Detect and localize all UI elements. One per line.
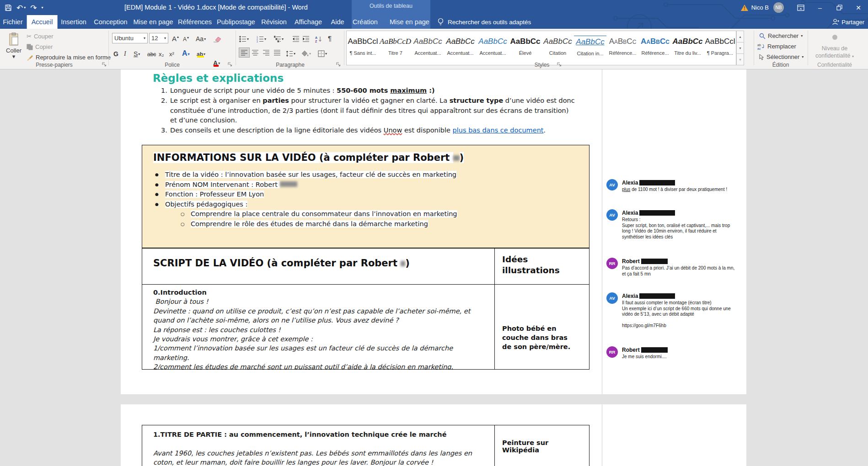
undo-button[interactable]: ↶▾: [16, 4, 26, 12]
svg-text:Z: Z: [315, 40, 317, 42]
select-button[interactable]: Sélectionner▾: [758, 53, 804, 60]
font-size-select[interactable]: 12▾: [149, 33, 168, 43]
style-paragraphe[interactable]: AaBbCcl¶ Paragra...: [704, 31, 736, 65]
font-dialog-launcher[interactable]: [227, 62, 233, 67]
align-center-button[interactable]: [250, 48, 260, 57]
privacy-level-button[interactable]: Niveau de confidentialité ▾: [809, 34, 860, 59]
bullets-button[interactable]: ▾: [239, 33, 249, 42]
superscript-button[interactable]: x²: [169, 48, 174, 58]
style-titre-7[interactable]: AaBbCcDTitre 7: [379, 31, 412, 65]
clipboard-dialog-launcher[interactable]: [102, 62, 107, 67]
ribbon-tabs: Fichier Accueil Insertion Conception Mis…: [0, 15, 868, 29]
multilevel-list-button[interactable]: ▾: [274, 33, 284, 42]
style-reference-2[interactable]: AaBbCcRéférence...: [639, 31, 671, 65]
tab-accueil[interactable]: Accueil: [27, 15, 58, 29]
cut-button[interactable]: ✂Couper: [27, 33, 54, 40]
styles-gallery-expand-button[interactable]: ▿: [736, 54, 744, 65]
style-accentuation-2[interactable]: AaBbCcAccentuat...: [444, 31, 477, 65]
style-citation[interactable]: AaBbCcCitation: [541, 31, 574, 65]
decrease-indent-button[interactable]: [292, 33, 300, 42]
copy-button[interactable]: Copier: [27, 43, 53, 50]
save-button[interactable]: [5, 4, 12, 11]
bullet-icon: ●: [153, 170, 165, 180]
comment-avatar[interactable]: AV: [606, 179, 618, 191]
user-avatar[interactable]: NB: [773, 0, 791, 15]
text-effects-button[interactable]: A▾: [182, 48, 190, 58]
styles-scroll-up-button[interactable]: ▴: [736, 31, 744, 42]
comment-4[interactable]: AV Alexia Il faut aussi compter le monta…: [606, 292, 744, 329]
tab-fichier[interactable]: Fichier: [0, 15, 27, 29]
strikethrough-button[interactable]: abc: [147, 48, 156, 58]
replace-button[interactable]: abac Remplacer: [757, 43, 796, 50]
tell-me-search[interactable]: Rechercher des outils adaptés: [437, 15, 531, 29]
align-right-button[interactable]: [261, 48, 271, 57]
style-accentuation-1[interactable]: AaBbCcAccentuat...: [412, 31, 444, 65]
ribbon-display-options-button[interactable]: [791, 0, 810, 15]
borders-button[interactable]: ▾: [318, 48, 327, 57]
sort-button[interactable]: AZ: [315, 33, 322, 42]
page-1: Règles et explications 1. Longueur de sc…: [121, 69, 746, 394]
comment-avatar[interactable]: AV: [606, 292, 618, 304]
script-intro-cell: 0.Introduction Bonjour à tous ! Devinett…: [142, 285, 494, 369]
line-spacing-button[interactable]: ▾: [286, 48, 295, 57]
shading-button[interactable]: ▾: [301, 48, 311, 57]
restore-button[interactable]: [830, 0, 849, 15]
style-citation-intense[interactable]: AaBbCcCitation in...: [574, 31, 606, 65]
align-left-button[interactable]: [239, 48, 249, 57]
find-button[interactable]: Rechercher▾: [759, 32, 803, 39]
italic-button[interactable]: I: [124, 48, 126, 58]
show-marks-button[interactable]: ¶: [328, 33, 332, 42]
comment-1[interactable]: AV Alexia plus de 1100 mot ! à diviser p…: [606, 179, 744, 193]
comment-5[interactable]: RR Robert Je me suis endormi....: [606, 346, 744, 360]
bullet-list-icon: [239, 36, 246, 42]
tab-publipostage[interactable]: Publipostage: [212, 15, 260, 29]
script-part1-cell: 1.TITRE DE PARTIE : au commencement, l’i…: [142, 425, 494, 466]
subscript-button[interactable]: x₂: [159, 48, 164, 58]
tab-mise-en-page[interactable]: Mise en page: [129, 15, 177, 29]
tab-aide[interactable]: Aide: [326, 15, 348, 29]
privacy-dot-icon: [832, 35, 837, 40]
share-button[interactable]: Partager: [832, 16, 864, 28]
qat-customize-button[interactable]: ▾: [42, 6, 43, 10]
bold-button[interactable]: G: [113, 48, 118, 58]
comment-3[interactable]: RR Robert Pas d’accord a priori. J’ai un…: [606, 258, 744, 277]
increase-indent-button[interactable]: [302, 33, 310, 42]
comment-avatar[interactable]: AV: [606, 209, 618, 221]
shrink-font-button[interactable]: A▾: [183, 33, 189, 42]
tab-insertion[interactable]: Insertion: [56, 15, 91, 29]
styles-scroll-down-button[interactable]: ▾: [736, 42, 744, 54]
grow-font-button[interactable]: A▴: [172, 33, 179, 42]
tab-conception[interactable]: Conception: [89, 15, 132, 29]
style-sans-interligne[interactable]: AaBbCcl¶ Sans int...: [347, 31, 379, 65]
numbering-button[interactable]: 123 ▾: [257, 33, 266, 42]
font-name-select[interactable]: Ubuntu▾: [112, 33, 148, 43]
redacted-name: [639, 293, 675, 299]
comment-text: Pas d’accord a priori. J’ai un débit de …: [622, 265, 739, 277]
tab-affichage[interactable]: Affichage: [290, 15, 327, 29]
change-case-button[interactable]: Aa▾: [196, 33, 206, 42]
comment-avatar[interactable]: RR: [606, 258, 618, 269]
warning-icon[interactable]: !: [740, 0, 749, 15]
clear-formatting-button[interactable]: [213, 33, 221, 42]
underline-button[interactable]: S▾: [134, 48, 140, 58]
style-eleve[interactable]: AaBbCcÉlevé: [509, 31, 541, 65]
justify-button[interactable]: [272, 48, 282, 57]
close-button[interactable]: ✕: [849, 0, 868, 15]
tab-references[interactable]: Références: [173, 15, 216, 29]
paragraph-dialog-launcher[interactable]: [336, 62, 341, 67]
format-painter-button[interactable]: Reproduire la mise en forme: [27, 54, 111, 61]
style-titre-du-livre[interactable]: AaBbCcTitre du liv...: [671, 31, 704, 65]
comment-avatar[interactable]: RR: [606, 346, 618, 358]
tab-revision[interactable]: Révision: [257, 15, 291, 29]
save-icon: [5, 4, 12, 11]
paste-button[interactable]: Coller ▾: [4, 31, 24, 62]
redo-button[interactable]: ↷: [30, 4, 37, 12]
user-name[interactable]: Nico B: [751, 0, 769, 15]
comment-2[interactable]: AV Alexia Retours : Super script, bon to…: [606, 209, 744, 240]
styles-dialog-launcher[interactable]: [557, 62, 562, 67]
minimize-button[interactable]: –: [810, 0, 830, 15]
style-accentuation-3[interactable]: AaBbCcAccentuat...: [477, 31, 509, 65]
style-reference-1[interactable]: AaBbCcRéférence...: [606, 31, 639, 65]
svg-text:ab: ab: [757, 43, 761, 47]
hyperlink[interactable]: plus bas dans ce document: [453, 127, 544, 134]
